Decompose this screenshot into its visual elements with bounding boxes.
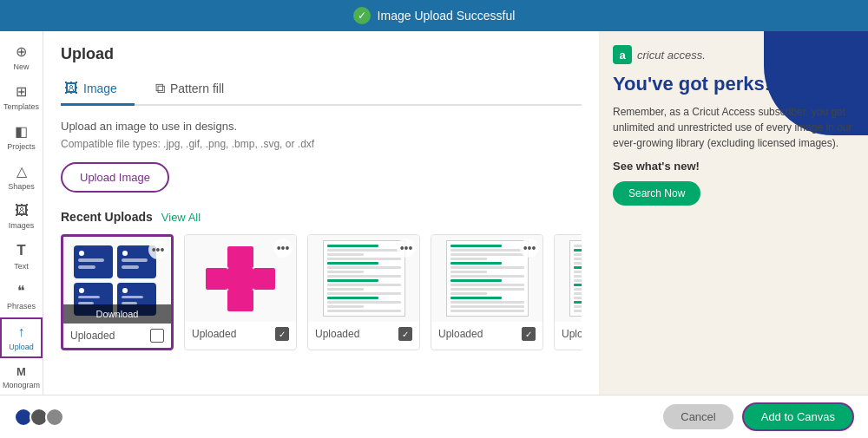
sidebar-item-phrases[interactable]: ❝ Phrases — [0, 278, 43, 316]
search-now-button[interactable]: Search Now — [613, 181, 700, 206]
svg-rect-16 — [227, 246, 253, 268]
doc-line — [574, 305, 582, 308]
cricut-access-text: cricut access. — [637, 49, 706, 62]
doc-line — [327, 288, 365, 291]
sidebar-item-upload[interactable]: ↑ Upload — [0, 317, 43, 358]
upload-description: Upload an image to use in designs. — [61, 120, 582, 133]
projects-icon: ◧ — [15, 123, 28, 140]
card-checkbox-1[interactable] — [150, 329, 164, 343]
doc-line — [574, 249, 582, 252]
card-checkbox-2[interactable]: ✓ — [275, 327, 289, 341]
success-check-icon: ✓ — [353, 7, 371, 24]
card-more-button-2[interactable]: ••• — [273, 239, 293, 258]
image-card-3[interactable]: ••• — [307, 234, 420, 350]
doc-line — [574, 284, 582, 286]
svg-point-1 — [79, 251, 84, 256]
upload-image-button[interactable]: Upload Image — [61, 162, 169, 193]
top-bar: ✓ Image Upload Successful — [0, 0, 868, 31]
doc-line — [450, 301, 524, 304]
top-bar-title: Image Upload Successful — [378, 9, 516, 23]
image-card-5[interactable]: ••• — [554, 234, 582, 350]
color-circle-3 — [45, 408, 64, 427]
sidebar-label-templates: Templates — [3, 102, 39, 111]
cricut-a-icon: a — [613, 45, 632, 64]
doc-line — [574, 279, 582, 282]
svg-point-9 — [79, 288, 84, 293]
doc-line — [327, 301, 401, 304]
card-preview-doc-3 — [323, 240, 405, 317]
svg-rect-20 — [227, 290, 253, 311]
card-checkbox-3[interactable]: ✓ — [398, 327, 412, 341]
doc-line — [574, 275, 582, 278]
card-checkbox-4[interactable]: ✓ — [522, 327, 536, 341]
upload-tabs: 🖼 Image ⧉ Pattern fill — [61, 74, 582, 106]
sidebar-item-new[interactable]: ⊕ New — [0, 38, 43, 76]
doc-line — [450, 288, 524, 291]
download-overlay-1[interactable]: Download — [63, 304, 171, 324]
sidebar-label-projects: Projects — [7, 142, 36, 151]
doc-line — [450, 262, 503, 265]
card-image-area-1: ••• — [63, 237, 171, 324]
image-card-2[interactable]: ••• Uploaded ✓ — [184, 234, 297, 350]
doc-line — [327, 253, 365, 256]
card-footer-1: Uploaded — [63, 324, 171, 348]
doc-line — [327, 310, 401, 312]
cricut-banner: a cricut access. You've got perks! Remem… — [599, 31, 868, 219]
card-image-area-5: ••• — [555, 235, 582, 322]
doc-line — [327, 271, 365, 273]
sidebar-item-monogram[interactable]: M Monogram — [0, 360, 43, 395]
doc-line — [574, 258, 582, 260]
sidebar-label-text: Text — [14, 262, 29, 271]
cancel-button[interactable]: Cancel — [663, 404, 733, 429]
view-all-link[interactable]: View All — [161, 211, 201, 224]
doc-line — [574, 292, 582, 295]
image-card-4[interactable]: ••• — [431, 234, 543, 350]
sidebar-label-images: Images — [9, 221, 35, 230]
svg-rect-10 — [78, 296, 100, 298]
cricut-access-logo: a cricut access. — [613, 45, 854, 64]
doc-line — [574, 288, 582, 291]
tab-pattern-fill[interactable]: ⧉ Pattern fill — [152, 74, 241, 106]
sidebar-item-projects[interactable]: ◧ Projects — [0, 118, 43, 156]
pattern-tab-icon: ⧉ — [155, 81, 165, 96]
doc-line — [327, 262, 379, 265]
doc-line — [574, 297, 582, 299]
doc-line — [450, 305, 524, 308]
card-image-area-2: ••• — [185, 235, 296, 322]
image-grid: ••• — [61, 234, 582, 350]
card-more-button-4[interactable]: ••• — [520, 239, 539, 258]
card-more-button-1[interactable]: ••• — [148, 240, 168, 259]
doc-line — [327, 245, 379, 247]
doc-line — [327, 292, 401, 295]
sidebar-item-text[interactable]: T Text — [0, 237, 43, 276]
main-layout: ⊕ New ⊞ Templates ◧ Projects △ Shapes 🖼 … — [0, 31, 868, 395]
doc-line — [450, 271, 488, 273]
tab-image[interactable]: 🖼 Image — [61, 74, 135, 106]
upload-title: Upload — [61, 45, 582, 63]
image-card-1[interactable]: ••• — [61, 234, 174, 350]
sidebar-item-images[interactable]: 🖼 Images — [0, 198, 43, 235]
doc-line — [574, 253, 582, 256]
doc-line — [450, 279, 503, 282]
text-icon: T — [16, 242, 25, 259]
doc-line — [574, 245, 582, 247]
svg-rect-18 — [227, 268, 253, 290]
doc-line — [450, 249, 524, 252]
doc-line — [450, 275, 524, 278]
content-area: Upload 🖼 Image ⧉ Pattern fill Upload an … — [43, 31, 599, 395]
card-more-button-3[interactable]: ••• — [397, 239, 416, 258]
doc-line — [450, 245, 503, 247]
svg-point-5 — [122, 251, 128, 256]
doc-line — [450, 266, 524, 269]
sidebar-item-shapes[interactable]: △ Shapes — [0, 158, 43, 196]
tab-pattern-label: Pattern fill — [170, 82, 224, 95]
banner-body: Remember, as a Cricut Access subscriber,… — [613, 104, 854, 151]
add-to-canvas-button[interactable]: Add to Canvas — [742, 402, 854, 431]
sidebar-label-phrases: Phrases — [7, 302, 36, 311]
card-footer-4: Uploaded ✓ — [431, 322, 542, 346]
doc-line — [327, 266, 401, 269]
sidebar-label-shapes: Shapes — [8, 182, 35, 191]
upload-icon: ↑ — [18, 324, 25, 340]
doc-line — [327, 284, 401, 286]
sidebar-item-templates[interactable]: ⊞ Templates — [0, 78, 43, 116]
